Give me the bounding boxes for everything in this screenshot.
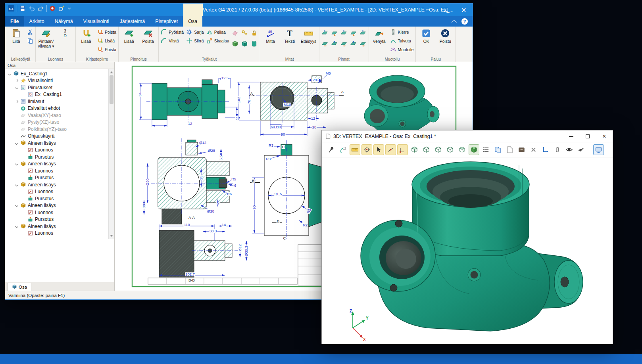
surface-tool-icon[interactable] (321, 40, 329, 48)
fillet-button[interactable]: Pyöristä (160, 29, 185, 36)
tree-item-aineen-lis-ys[interactable]: Aineen lisäys (5, 181, 109, 188)
copy-button[interactable] (26, 37, 34, 44)
tab-osa[interactable]: Osa (8, 283, 31, 291)
snap-edge-icon[interactable] (385, 144, 396, 155)
tree-item-luonnos[interactable]: Luonnos (5, 147, 109, 154)
tree-item-luonnos[interactable]: Luonnos (5, 209, 109, 216)
view-rendered-icon[interactable] (469, 144, 479, 155)
library-feature-add-button[interactable]: Lisää (77, 27, 95, 45)
close-button[interactable]: × (455, 4, 473, 16)
ribbon-tab-osa[interactable]: Osa (183, 16, 202, 27)
save-button[interactable] (19, 5, 26, 12)
visibility-icon[interactable] (564, 144, 575, 155)
ribbon-tab-visualisointi[interactable]: Visualisointi (78, 16, 115, 27)
view-wireframe-icon[interactable] (421, 144, 432, 155)
tree-item-poikittais-yz-taso[interactable]: Poikittais(YZ)-taso (5, 126, 109, 133)
paste-button[interactable]: Liitä (7, 27, 25, 45)
scale-button[interactable]: Skaalaa (206, 37, 230, 44)
scroll-up-icon[interactable] (109, 69, 114, 75)
view-shaded-edges-icon[interactable] (457, 144, 467, 155)
sketch-3d-button[interactable]: 3 D (56, 27, 74, 39)
tree-item-pursotus[interactable]: Pursotus (5, 174, 109, 182)
redo-button[interactable] (37, 5, 44, 12)
surface-tool-icon[interactable] (321, 29, 329, 37)
view-hidden-lines-icon[interactable] (433, 144, 444, 155)
stretch-button[interactable]: Venytä (370, 27, 388, 45)
tree-item-pursotus[interactable]: Pursotus (5, 195, 109, 202)
sketch-on-face-button[interactable]: Pintaan/ viivaan ▾ (37, 27, 55, 50)
ribbon-tab-file[interactable]: File (5, 16, 24, 27)
cylinder-tool-icon[interactable] (250, 40, 259, 48)
screen-icon[interactable] (593, 144, 604, 155)
library-feature-remove-small-button[interactable]: Poista (96, 46, 117, 53)
3d-close-button[interactable]: × (596, 130, 613, 142)
tree-item-piirustukset[interactable]: Piirustukset (5, 84, 109, 91)
tree-item-pursotus[interactable]: Pursotus (5, 216, 109, 223)
coating-remove-button[interactable]: Poista (139, 27, 157, 45)
orbit-icon[interactable] (338, 144, 348, 155)
ribbon-tab-j-rjestelm[interactable]: Järjestelmä (114, 16, 150, 27)
customize-button[interactable] (58, 5, 65, 12)
help-icon[interactable]: ? (461, 18, 468, 25)
thread-button[interactable]: Kierre (389, 29, 415, 36)
chamfer-button[interactable]: Viistä (160, 37, 185, 44)
dimension-button[interactable]: 45Mitta (261, 27, 280, 45)
tree-item-luonnos[interactable]: Luonnos (5, 167, 109, 174)
3d-maximize-button[interactable] (579, 130, 596, 142)
tree-item-aineen-lis-ys[interactable]: Aineen lisäys (5, 161, 109, 168)
view-shaded-icon[interactable] (409, 144, 420, 155)
surface-tool-icon[interactable] (349, 29, 358, 37)
delete-icon[interactable] (528, 144, 539, 155)
chevron-down-icon[interactable] (15, 162, 19, 166)
tree-item-aineen-lis-ys[interactable]: Aineen lisäys (5, 223, 109, 230)
tree-item-aineen-lis-ys[interactable]: Aineen lisäys (5, 140, 109, 147)
exit-button[interactable]: Poistu (436, 27, 454, 45)
g4-logo-icon[interactable]: G4 (8, 5, 15, 12)
minimize-button[interactable] (419, 4, 437, 16)
new-view-icon[interactable] (504, 144, 515, 155)
tree-item-visualisointi[interactable]: Visualisointi (5, 77, 109, 84)
surface-tool-icon[interactable] (330, 40, 339, 48)
lock-tool-icon[interactable] (250, 29, 259, 37)
scroll-down-icon[interactable] (109, 233, 114, 239)
library-feature-remove-button[interactable]: Poista (96, 29, 117, 36)
tree-item-luonnos[interactable]: Luonnos (5, 188, 109, 195)
tree-item-aineen-lis-ys[interactable]: Aineen lisäys (5, 202, 109, 209)
solid-tool-icon[interactable] (231, 40, 240, 48)
chevron-down-icon[interactable] (15, 141, 19, 145)
ribbon-tab-n-kym[interactable]: Näkymä (50, 16, 78, 27)
mirror-button[interactable]: Peilaa (206, 29, 230, 36)
ok-button[interactable]: OK (417, 27, 435, 45)
pin-icon[interactable] (326, 144, 336, 155)
maximize-button[interactable] (437, 4, 455, 16)
scrollbar-thumb[interactable] (110, 75, 113, 104)
fly-mode-icon[interactable] (576, 144, 586, 155)
move-button[interactable]: Siirrä (185, 37, 205, 44)
vertex-tools-button[interactable] (49, 5, 56, 12)
coating-add-button[interactable]: Lisää (120, 27, 138, 45)
surface-tool-icon[interactable] (340, 40, 348, 48)
surface-tool-icon[interactable] (340, 29, 348, 37)
select-cursor-icon[interactable] (373, 144, 384, 155)
tree-item-ilmiasut[interactable]: Ilmiasut (5, 98, 109, 105)
tree-item-vaaka-xy-taso[interactable]: Vaaka(XY)-taso (5, 112, 109, 119)
erase-tool-icon[interactable] (231, 29, 240, 37)
archive-icon[interactable] (516, 144, 527, 155)
chevron-down-icon[interactable] (15, 203, 19, 207)
chevron-right-icon[interactable] (15, 100, 19, 103)
cut-button[interactable] (26, 29, 34, 36)
ribbon-tab-pistepilvet[interactable]: Pistepilvet (150, 16, 183, 27)
surface-tool-icon[interactable] (330, 29, 339, 37)
ribbon-collapse-icon[interactable] (452, 20, 457, 25)
tree-item-ohjausk-yr[interactable]: Ohjauskäyrä (5, 133, 109, 140)
tree-item-pysty-xz-taso[interactable]: Pysty(XZ)-taso (5, 119, 109, 126)
surface-tool-icon[interactable] (359, 29, 367, 37)
measure-icon[interactable] (350, 144, 360, 155)
3d-viewport[interactable]: Z Y X (322, 157, 613, 343)
tree-item-esivalitut-ehdot[interactable]: GEsivalitut ehdot (5, 105, 109, 112)
chevron-down-icon[interactable] (8, 72, 12, 76)
snap-point-icon[interactable] (361, 144, 372, 155)
chevron-right-icon[interactable] (15, 79, 19, 82)
surface-tool-icon[interactable] (349, 40, 358, 48)
body-tool-icon[interactable] (240, 40, 249, 48)
